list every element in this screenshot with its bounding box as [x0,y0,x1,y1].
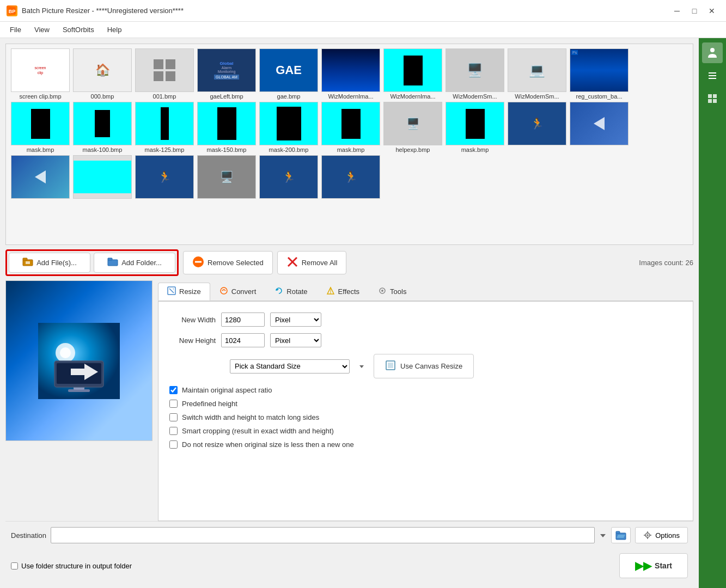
gallery-item[interactable]: GAE gae.bmp [259,48,319,100]
gallery-item[interactable]: WizModernIma... [383,48,443,100]
gallery-item[interactable]: mask.bmp [10,102,70,153]
resize-tab-icon [167,286,176,297]
minimize-button[interactable]: ─ [669,3,685,19]
tab-rotate[interactable]: Rotate [265,283,316,301]
tab-effects[interactable]: Effects [317,283,369,301]
bottom-bar: Use folder structure in output folder ▶▶… [5,549,693,583]
menu-softorbits[interactable]: SoftOrbits [57,23,100,36]
switch-width-height-row: Switch width and height to match long si… [169,413,682,421]
gallery-thumb [259,102,318,145]
gallery-item-name: reg_custom_ba... [570,93,629,100]
svg-rect-9 [23,258,27,260]
height-unit-select[interactable]: Pixel Percent Centimeter Inch [270,333,321,347]
gallery-item[interactable]: mask-150.bmp [197,102,257,153]
menu-view[interactable]: View [29,23,55,36]
gallery-thumb: 🏠 [73,48,132,92]
add-files-button[interactable]: Add File(s)... [9,253,90,273]
settings-panel: Resize Convert [158,280,693,521]
menu-file[interactable]: File [4,23,27,36]
gallery-item[interactable]: 🖥️ [197,155,257,200]
gallery-item[interactable] [72,155,132,200]
do-not-resize-row: Do not resize when original size is less… [169,440,682,449]
smart-cropping-label: Smart cropping (result in exact width an… [182,427,334,435]
destination-browse-button[interactable] [611,527,631,543]
content-area: Resize Convert [5,280,693,521]
tab-tools[interactable]: Tools [369,283,416,301]
gallery-item[interactable]: 🏃 [321,155,381,200]
right-sidebar [699,38,726,588]
menu-help[interactable]: Help [102,23,127,36]
new-width-input[interactable] [221,313,265,327]
add-folder-button[interactable]: Add Folder... [94,253,175,273]
tab-convert[interactable]: Convert [210,283,266,301]
gallery-item[interactable]: 001.bmp [135,48,194,100]
gallery-item[interactable]: Ps reg_custom_ba... [569,48,629,100]
canvas-resize-button[interactable]: Use Canvas Resize [374,354,474,378]
use-folder-checkbox[interactable] [11,562,18,569]
tools-tab-icon [378,286,387,297]
do-not-resize-checkbox[interactable] [169,440,178,449]
gallery-item-name: 000.bmp [73,93,132,100]
rotate-tab-icon [274,286,283,297]
gallery-item[interactable] [569,102,629,153]
svg-point-19 [60,347,71,358]
width-unit-select[interactable]: Pixel Percent Centimeter Inch [270,313,321,327]
svg-marker-33 [359,365,364,368]
remove-all-button[interactable]: Remove All [277,251,347,274]
gallery-item[interactable]: mask-200.bmp [259,102,319,153]
close-button[interactable]: ✕ [704,3,719,19]
gallery-thumb [321,102,380,145]
sidebar-person-button[interactable] [702,42,723,63]
smart-cropping-checkbox[interactable] [169,427,178,435]
svg-rect-4 [154,71,163,81]
start-button[interactable]: ▶▶ Start [619,553,688,578]
sidebar-list-button[interactable] [702,65,723,86]
standard-size-select[interactable]: Pick a Standard Size 640x480 800x600 102… [230,359,350,373]
sidebar-grid-button[interactable] [702,88,723,109]
remove-selected-button[interactable]: Remove Selected [183,251,273,274]
new-height-input[interactable] [221,333,265,347]
tab-convert-label: Convert [231,287,257,296]
gallery-item[interactable]: 🖥️ helpexp.bmp [383,102,443,153]
predefined-height-checkbox[interactable] [169,400,178,408]
maximize-button[interactable]: □ [687,3,702,19]
gallery-item[interactable]: 🏃 [259,155,319,200]
gallery-item[interactable]: 🏃 [135,155,194,200]
gallery-item[interactable]: 🖥️ WizModernSm... [445,48,505,100]
gallery-item[interactable]: mask-100.bmp [72,102,132,153]
gallery-item-name: WizModernSm... [508,93,566,100]
add-folder-icon [107,258,118,268]
gallery-thumb: Ps [570,48,629,92]
gallery-thumb [73,155,132,199]
thumb-gae: GAE [260,49,318,91]
gallery-item[interactable]: mask.bmp [445,102,505,153]
gallery-item-name: mask-200.bmp [259,146,318,153]
gallery-thumb: screenclip [11,48,70,92]
gallery-item[interactable]: mask-125.bmp [135,102,194,153]
gallery-item[interactable] [10,155,70,200]
gallery-item[interactable]: Global Alarm Monitoring GLOBAL AM gaeLef… [197,48,257,100]
gallery-container[interactable]: screenclip screen clip.bmp 🏠 000.bmp [5,44,693,245]
svg-rect-11 [108,260,118,266]
images-count: Images count: 26 [639,259,693,267]
gallery-thumb: 🏃 [321,155,380,199]
gallery-item[interactable]: mask.bmp [321,102,381,153]
gallery-item[interactable]: screenclip screen clip.bmp [10,48,70,100]
svg-point-45 [710,48,715,52]
gallery-item[interactable]: WizModernIma... [321,48,381,100]
maintain-aspect-checkbox[interactable] [169,386,178,394]
options-button[interactable]: Options [635,527,688,543]
svg-rect-52 [713,99,717,103]
gallery-item[interactable]: 💻 WizModernSm... [507,48,567,100]
tab-resize[interactable]: Resize [158,283,210,301]
switch-dimensions-checkbox[interactable] [169,413,178,421]
gallery-item[interactable]: 🏠 000.bmp [72,48,132,100]
svg-rect-49 [708,94,712,98]
svg-rect-5 [166,71,175,81]
folder-open-icon [615,530,626,540]
gallery-item[interactable]: 🏃 [507,102,567,153]
remove-selected-label: Remove Selected [208,259,264,267]
destination-input[interactable] [51,527,595,543]
app-icon: BP [7,5,17,16]
canvas-icon [385,360,396,372]
